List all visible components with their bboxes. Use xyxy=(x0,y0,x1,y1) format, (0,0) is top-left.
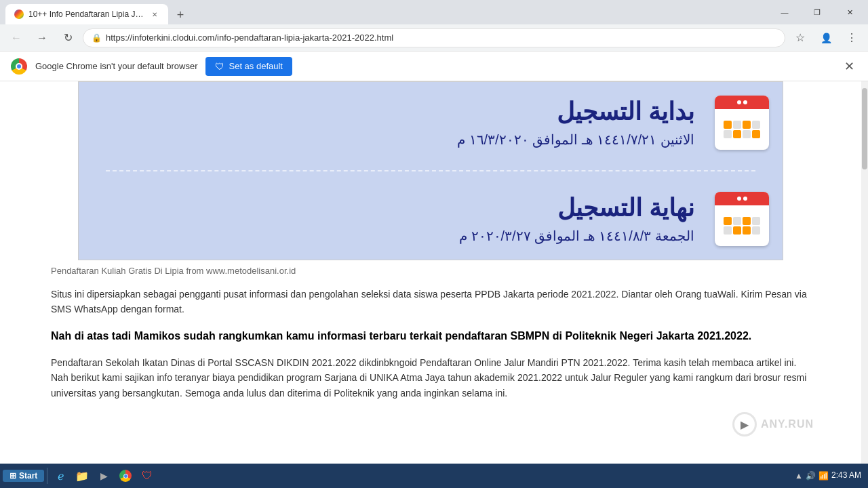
calendar-icon-1 xyxy=(715,96,769,150)
content-area: بداية التسجيل الاثنين ١٤٤١/٧/٢١ هـ الموا… xyxy=(0,81,868,464)
taskbar-media-button[interactable]: ▶ xyxy=(94,466,114,485)
taskbar-ie-button[interactable]: ℯ xyxy=(50,466,71,485)
system-tray: ▲ 🔊 📶 2:43 AM xyxy=(791,470,865,481)
title-bar: 10++ Info Pendaftaran Lipia Jakart... ✕ … xyxy=(0,0,868,24)
close-bar-button[interactable]: ✕ xyxy=(841,58,857,75)
tray-up-icon[interactable]: ▲ xyxy=(795,471,803,481)
menu-button[interactable]: ⋮ xyxy=(841,27,863,49)
image-caption: Pendaftaran Kuliah Gratis Di Lipia from … xyxy=(51,266,810,276)
browser-frame: 10++ Info Pendaftaran Lipia Jakart... ✕ … xyxy=(0,0,868,464)
cal-grid-2 xyxy=(724,217,760,235)
anyrun-text: ANY.RUN xyxy=(761,418,814,430)
page-content: بداية التسجيل الاثنين ١٤٤١/٧/٢١ هـ الموا… xyxy=(0,81,861,464)
shield-icon: 🛡 xyxy=(215,61,224,72)
cal-grid-1 xyxy=(724,121,760,138)
cal-body-1 xyxy=(715,109,769,150)
minimize-button[interactable]: — xyxy=(769,1,800,23)
article-body: بداية التسجيل الاثنين ١٤٤١/٧/٢١ هـ الموا… xyxy=(37,81,824,425)
cal-cell xyxy=(752,130,760,138)
chrome-logo-icon xyxy=(11,58,27,75)
nav-bar: ← → ↻ 🔒 https://infoterkini.clodui.com/i… xyxy=(0,24,868,52)
chrome-taskbar-icon xyxy=(119,470,132,482)
cal-dot xyxy=(743,197,747,201)
cal-cell xyxy=(733,121,741,129)
close-button[interactable]: ✕ xyxy=(834,1,865,23)
cal-cell xyxy=(724,130,732,138)
scrollbar-thumb[interactable] xyxy=(862,88,867,169)
tray-network-icon[interactable]: 📶 xyxy=(818,471,829,481)
registration-banner: بداية التسجيل الاثنين ١٤٤١/٧/٢١ هـ الموا… xyxy=(78,81,783,260)
dashed-separator xyxy=(106,170,755,171)
arabic-title-1: بداية التسجيل xyxy=(457,98,694,126)
taskbar-chrome-button[interactable] xyxy=(115,466,136,485)
cal-cell xyxy=(733,217,741,225)
start-label: Start xyxy=(19,471,37,481)
cal-body-2 xyxy=(715,205,769,246)
shield-taskbar-icon: 🛡 xyxy=(142,470,153,482)
tab-close-button[interactable]: ✕ xyxy=(149,9,160,20)
start-reg-text: بداية التسجيل الاثنين ١٤٤١/٧/٢١ هـ الموا… xyxy=(457,98,694,148)
cal-dot xyxy=(737,197,741,201)
system-clock: 2:43 AM xyxy=(831,470,861,481)
clock-time: 2:43 AM xyxy=(831,470,861,481)
image-block-inner: بداية التسجيل الاثنين ١٤٤١/٧/٢١ هـ الموا… xyxy=(92,96,769,246)
cal-cell xyxy=(733,130,741,138)
cal-dots-1 xyxy=(737,100,747,104)
body-text-1: Situs ini dipersiapkan sebagai pengganti… xyxy=(51,287,810,317)
chrome-logo-inner xyxy=(16,63,22,70)
body-text-2: Pendaftaran Sekolah Ikatan Dinas di Port… xyxy=(51,355,810,401)
arabic-title-2: نهاية التسجيل xyxy=(459,194,694,222)
cal-cell xyxy=(743,121,751,129)
cal-cell xyxy=(724,121,732,129)
taskbar: ⊞ Start ℯ 📁 ▶ 🛡 ▲ 🔊 📶 2:43 AM xyxy=(0,464,868,488)
start-button[interactable]: ⊞ Start xyxy=(3,470,44,482)
address-text: https://infoterkini.clodui.com/info-pend… xyxy=(106,33,776,43)
end-reg-row: نهاية التسجيل الجمعة ١٤٤١/٨/٣ هـ الموافق… xyxy=(92,192,769,246)
forward-button[interactable]: → xyxy=(31,27,53,49)
arabic-subtitle-1: الاثنين ١٤٤١/٧/٢١ هـ الموافق ١٦/٣/٢٠٢٠ م xyxy=(457,131,694,148)
taskbar-folder-button[interactable]: 📁 xyxy=(72,466,92,485)
cal-cell xyxy=(733,226,741,235)
cal-cell xyxy=(752,226,760,235)
window-controls: — ❐ ✕ xyxy=(769,1,868,23)
cal-cell xyxy=(724,217,732,225)
tray-speaker-icon[interactable]: 🔊 xyxy=(806,471,816,481)
scrollbar[interactable] xyxy=(861,81,868,464)
anyrun-watermark: ▶ ANY.RUN xyxy=(732,412,814,436)
lock-icon: 🔒 xyxy=(92,33,102,43)
end-reg-text: نهاية التسجيل الجمعة ١٤٤١/٨/٣ هـ الموافق… xyxy=(459,194,694,244)
tab-strip: 10++ Info Pendaftaran Lipia Jakart... ✕ … xyxy=(5,0,769,24)
taskbar-separator xyxy=(47,468,47,484)
calendar-icon-2 xyxy=(715,192,769,246)
refresh-button[interactable]: ↻ xyxy=(57,27,79,49)
address-bar[interactable]: 🔒 https://infoterkini.clodui.com/info-pe… xyxy=(83,28,785,47)
folder-icon: 📁 xyxy=(75,470,89,483)
set-as-default-button[interactable]: 🛡 Set as default xyxy=(205,57,292,76)
cal-cell xyxy=(743,226,751,235)
tab-favicon xyxy=(14,9,24,20)
set-default-label: Set as default xyxy=(229,61,283,71)
new-tab-button[interactable]: + xyxy=(171,5,190,24)
cal-cell xyxy=(752,217,760,225)
cal-cell xyxy=(724,226,732,235)
cal-dot xyxy=(743,100,747,104)
media-icon: ▶ xyxy=(100,470,108,481)
cal-cell xyxy=(752,121,760,129)
taskbar-shield-button[interactable]: 🛡 xyxy=(137,466,157,485)
start-reg-row: بداية التسجيل الاثنين ١٤٤١/٧/٢١ هـ الموا… xyxy=(92,96,769,150)
maximize-button[interactable]: ❐ xyxy=(802,1,833,23)
ie-icon: ℯ xyxy=(58,470,64,483)
browser-tab[interactable]: 10++ Info Pendaftaran Lipia Jakart... ✕ xyxy=(5,4,168,24)
anyrun-play-icon: ▶ xyxy=(732,412,757,436)
cal-header-1 xyxy=(715,96,769,109)
cal-dots-2 xyxy=(737,197,747,201)
main-wrapper: 10++ Info Pendaftaran Lipia Jakart... ✕ … xyxy=(0,0,868,488)
tab-favicon-circle xyxy=(14,9,24,19)
bookmark-button[interactable]: ☆ xyxy=(789,27,811,49)
windows-icon: ⊞ xyxy=(9,471,16,481)
article-heading: Nah di atas tadi Mamikos sudah rangkumka… xyxy=(51,328,810,344)
default-browser-bar: Google Chrome isn't your default browser… xyxy=(0,52,868,81)
cal-cell xyxy=(743,130,751,138)
profile-button[interactable]: 👤 xyxy=(815,27,837,49)
back-button[interactable]: ← xyxy=(5,27,27,49)
